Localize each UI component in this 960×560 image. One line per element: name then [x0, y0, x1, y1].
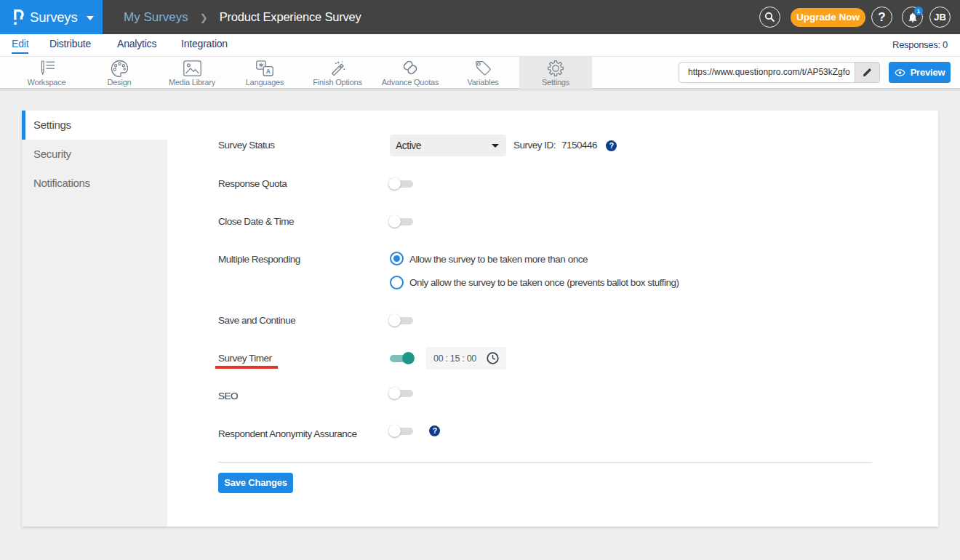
- svg-text:A: A: [266, 68, 271, 75]
